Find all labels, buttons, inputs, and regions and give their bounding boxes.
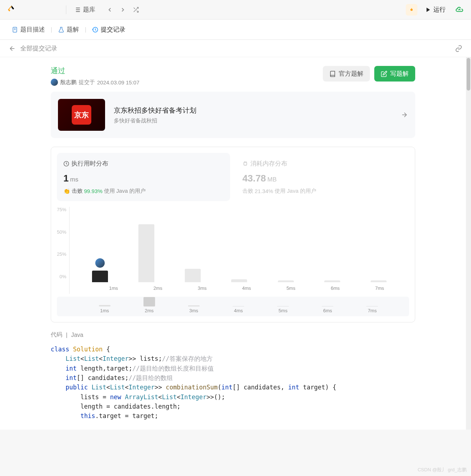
tab-solution-label: 题解 [67, 25, 79, 34]
shuffle-icon [133, 7, 139, 13]
leetcode-logo[interactable] [6, 5, 16, 15]
breadcrumb[interactable]: 全部提交记录 [20, 44, 57, 53]
memory-beat-pct: 21.34% [255, 188, 273, 194]
chart-bar[interactable] [136, 224, 157, 282]
submission-info: 殷志鹏 提交于 2024.03.09 15:07 [51, 79, 139, 86]
chip-icon [242, 161, 248, 167]
svg-marker-12 [426, 8, 430, 12]
chevron-right-icon [120, 7, 126, 13]
toolbar-divider [66, 5, 66, 14]
link-icon[interactable] [455, 45, 462, 52]
promo-subtitle: 多快好省备战秋招 [114, 117, 401, 124]
official-solution-button[interactable]: 官方题解 [323, 66, 370, 82]
code-header-label: 代码 [51, 331, 62, 339]
code-language: Java [71, 332, 83, 338]
mini-bar[interactable]: 4ms [228, 306, 249, 313]
x-label: 2ms [147, 285, 169, 291]
run-button[interactable]: 运行 [420, 3, 451, 17]
beat-label: 击败 [72, 188, 83, 195]
write-solution-label: 写题解 [390, 70, 409, 78]
flask-icon [58, 26, 64, 33]
mini-bar[interactable]: 7ms [361, 306, 383, 313]
memory-stat-card[interactable]: 消耗内存分布 43.78 MB 击败 21.34% 使用 Java 的用户 [236, 153, 409, 201]
runtime-stat-card[interactable]: 执行用时分布 1 ms 👏 击败 99.93% 使用 Java 的用户 [57, 153, 230, 201]
x-label: 7ms [369, 285, 391, 291]
memory-unit: MB [267, 176, 277, 183]
mini-chart[interactable]: 1ms2ms3ms4ms5ms6ms7ms [57, 297, 409, 316]
stats-panel: 执行用时分布 1 ms 👏 击败 99.93% 使用 Java 的用户 消耗内存… [51, 147, 415, 322]
next-problem-button[interactable] [117, 4, 129, 16]
promo-card[interactable]: 京东 京东秋招多快好省备考计划 多快好省备战秋招 [51, 92, 415, 138]
y-tick: 75% [57, 207, 66, 212]
avatar[interactable] [51, 79, 58, 86]
mini-bar[interactable]: 1ms [94, 305, 116, 313]
clock-icon [63, 161, 69, 167]
tab-submissions[interactable]: 提交记录 [89, 24, 128, 35]
breadcrumb-bar: 全部提交记录 [0, 40, 471, 57]
mini-bar[interactable]: 6ms [317, 306, 338, 313]
nav-arrows [104, 4, 142, 16]
tab-description[interactable]: 题目描述 [9, 24, 48, 35]
x-label: 5ms [280, 285, 302, 291]
scrollbar[interactable] [466, 57, 471, 430]
submitted-prefix: 提交于 [79, 79, 95, 86]
submission-status: 通过 [51, 66, 139, 76]
cloud-upload-icon [455, 6, 463, 14]
tab-description-label: 题目描述 [20, 25, 45, 34]
svg-line-8 [134, 8, 135, 9]
status-header: 通过 殷志鹏 提交于 2024.03.09 15:07 官方题解 写题解 [51, 66, 415, 86]
book-icon [329, 71, 336, 77]
mini-bar[interactable]: 2ms [138, 297, 160, 313]
memory-lang-text: 使用 Java 的用户 [275, 188, 316, 195]
debug-button[interactable] [406, 4, 417, 16]
svg-rect-20 [244, 162, 247, 165]
list-icon [74, 6, 81, 13]
beat-label: 击败 [242, 188, 253, 195]
username[interactable]: 殷志鹏 [60, 79, 76, 86]
promo-image: 京东 [58, 99, 105, 131]
chart-area: 75%50%25%0% 1ms2ms3ms4ms5ms6ms7ms 1ms2ms… [51, 207, 415, 322]
memory-value: 43.78 [242, 173, 266, 184]
promo-title: 京东秋招多快好省备考计划 [114, 106, 401, 115]
y-tick: 0% [57, 274, 66, 279]
official-solution-label: 官方题解 [339, 70, 363, 78]
memory-title: 消耗内存分布 [250, 159, 287, 168]
scrollbar-thumb[interactable] [467, 58, 470, 91]
shuffle-button[interactable] [130, 4, 142, 16]
mini-bar[interactable]: 5ms [272, 306, 294, 313]
problems-button[interactable]: 题库 [69, 3, 100, 16]
prev-problem-button[interactable] [104, 4, 116, 16]
chart-plot: 1ms2ms3ms4ms5ms6ms7ms [69, 207, 409, 294]
main-content: 通过 殷志鹏 提交于 2024.03.09 15:07 官方题解 写题解 京东 … [0, 57, 466, 430]
top-toolbar: 题库 运行 [0, 0, 471, 20]
chart-bar[interactable] [182, 269, 204, 282]
run-label: 运行 [433, 5, 446, 14]
x-label: 3ms [191, 285, 213, 291]
chart-bar[interactable] [89, 271, 111, 282]
code-block: class Solution { List<List<Integer>> lis… [51, 345, 415, 421]
chart-bar[interactable] [228, 279, 250, 282]
y-tick: 50% [57, 229, 66, 235]
write-solution-button[interactable]: 写题解 [374, 66, 415, 82]
edit-icon [381, 71, 387, 77]
chevron-left-icon [107, 7, 113, 13]
chart-bar[interactable] [275, 280, 297, 282]
submit-button[interactable] [454, 4, 465, 16]
submitted-time: 2024.03.09 15:07 [97, 79, 139, 85]
play-icon [425, 7, 431, 13]
x-label: 6ms [324, 285, 346, 291]
x-label: 4ms [236, 285, 258, 291]
mini-bar[interactable]: 3ms [183, 305, 205, 313]
document-icon [12, 26, 18, 33]
chart-bar[interactable] [368, 280, 389, 282]
back-arrow-icon[interactable] [9, 45, 16, 52]
code-divider: | [66, 332, 67, 338]
tab-solution[interactable]: 题解 [55, 24, 82, 35]
bug-icon [409, 6, 414, 13]
clap-icon: 👏 [63, 188, 70, 195]
history-icon [92, 26, 99, 33]
runtime-unit: ms [70, 176, 78, 183]
runtime-beat-pct: 99.93% [84, 188, 103, 194]
jd-logo: 京东 [72, 105, 91, 125]
chart-bar[interactable] [321, 280, 343, 282]
